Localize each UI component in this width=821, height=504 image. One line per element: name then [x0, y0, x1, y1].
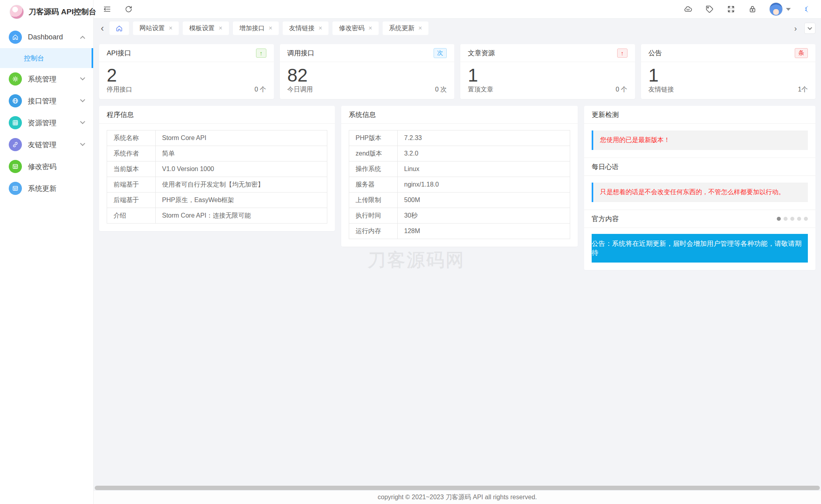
close-icon[interactable]: × — [219, 25, 222, 31]
stat-card-header: API接口 ↑ — [99, 44, 274, 62]
row-label: 介绍 — [107, 208, 156, 224]
chevron-down-icon — [80, 97, 85, 102]
close-icon[interactable]: × — [269, 25, 272, 31]
stat-card-footer: 置顶文章 0 个 — [460, 86, 635, 99]
daily-words-alert: 只是想着的话是不会改变任何东西的，不管怎么样都要加以行动。 — [592, 183, 808, 202]
row-label: 前端基于 — [107, 177, 156, 193]
content-area: 刀客源码网 API接口 ↑ 2 停用接口 0 个 调用接口 — [94, 38, 821, 491]
tab-system-update[interactable]: 系统更新 × — [383, 21, 428, 35]
row-label: 当前版本 — [107, 162, 156, 177]
stat-card-footer-label: 停用接口 — [107, 86, 132, 94]
table-row: zend版本 3.2.0 — [349, 146, 570, 162]
table-icon — [9, 182, 22, 195]
stat-card-value: 2 — [99, 62, 274, 85]
tab-add-api[interactable]: 增加接口 × — [233, 21, 279, 35]
theme-icon[interactable] — [803, 4, 812, 14]
table-row: 介绍 Storm Core API：连接无限可能 — [107, 208, 327, 224]
close-icon[interactable]: × — [319, 25, 322, 31]
up-arrow-badge: ↑ — [617, 49, 627, 58]
footer: copyright © 2021~2023 刀客源码 API all right… — [94, 491, 821, 504]
close-icon[interactable]: × — [418, 25, 422, 31]
sidebar-item-api-manage[interactable]: 接口管理 — [0, 90, 93, 112]
row-value: Storm Core API：连接无限可能 — [156, 208, 327, 224]
stat-card-footer-value: 0 个 — [254, 86, 266, 94]
stat-card-announcements: 公告 条 1 友情链接 1个 — [641, 44, 816, 99]
up-arrow-badge: ↑ — [256, 49, 266, 58]
logo[interactable]: 刀客源码 API控制台 — [0, 0, 93, 24]
user-menu[interactable] — [769, 2, 791, 16]
table-row: 系统作者 简单 — [107, 146, 327, 162]
tabs-menu-button[interactable] — [804, 23, 815, 34]
table-row: 执行时间 30秒 — [349, 208, 570, 224]
row-value: 128M — [398, 224, 570, 239]
tab-friend-links[interactable]: 友情链接 × — [283, 21, 328, 35]
right-panel: 更新检测 您使用的已是最新版本！ 每日心语 只是想着的话是不会改变任何东西的，不… — [584, 106, 815, 270]
chevron-down-icon — [807, 25, 812, 30]
stat-card-footer-label: 置顶文章 — [468, 86, 493, 94]
carousel-dot[interactable] — [784, 217, 788, 221]
update-status-alert: 您使用的已是最新版本！ — [592, 130, 808, 150]
announcement-banner[interactable]: 公告：系统将在近期更新，届时会增加用户管理等各种功能，请敬请期待 — [592, 234, 808, 263]
stat-card-footer-value: 0 个 — [616, 86, 627, 94]
table-row: 前端基于 使用者可自行开发定制【均无加密】 — [107, 177, 327, 193]
carousel-dot[interactable] — [804, 217, 808, 221]
program-info-panel: 程序信息 系统名称 Storm Core API 系统作者 简单 — [99, 106, 335, 231]
sidebar-item-links-manage[interactable]: 友链管理 — [0, 134, 93, 156]
lock-icon[interactable] — [748, 4, 757, 14]
stat-card-articles: 文章资源 ↑ 1 置顶文章 0 个 — [460, 44, 635, 99]
stat-card-title: 公告 — [649, 49, 662, 58]
panel-title-text: 更新检测 — [592, 106, 619, 124]
row-value: 使用者可自行开发定制【均无加密】 — [156, 177, 327, 193]
row-label: 系统名称 — [107, 130, 156, 146]
tab-change-password[interactable]: 修改密码 × — [332, 21, 378, 35]
tab-home[interactable] — [109, 21, 129, 35]
caret-down-icon — [786, 8, 791, 11]
carousel-dot[interactable] — [790, 217, 794, 221]
sidebar-item-console[interactable]: 控制台 — [0, 48, 93, 68]
sidebar-item-change-password[interactable]: 修改密码 — [0, 156, 93, 177]
sidebar: 刀客源码 API控制台 Dashboard 控制台 系统管理 — [0, 0, 94, 504]
fullscreen-icon[interactable] — [726, 4, 736, 14]
tag-icon[interactable] — [705, 4, 714, 14]
alert-text: 您使用的已是最新版本！ — [600, 136, 670, 143]
sidebar-item-resource-manage[interactable]: 资源管理 — [0, 112, 93, 134]
tab-label: 模板设置 — [189, 24, 215, 33]
stat-card-footer-label: 今日调用 — [287, 86, 313, 94]
panel-title-text: 官方内容 — [592, 210, 619, 228]
tabbar-controls: › — [790, 23, 815, 34]
system-info-table: PHP版本 7.2.33 zend版本 3.2.0 操作系统 Linux — [349, 130, 570, 239]
row-value: 7.2.33 — [398, 130, 570, 146]
tab-template-settings[interactable]: 模板设置 × — [183, 21, 229, 35]
globe-icon — [9, 94, 22, 107]
sidebar-item-label: Dashboard — [28, 33, 63, 41]
tab-label: 增加接口 — [239, 24, 265, 33]
tab-label: 网站设置 — [139, 24, 165, 33]
sidebar-item-dashboard[interactable]: Dashboard — [0, 26, 93, 48]
sidebar-subitem-label: 控制台 — [24, 54, 44, 63]
sidebar-item-system-manage[interactable]: 系统管理 — [0, 68, 93, 90]
stat-card-api: API接口 ↑ 2 停用接口 0 个 — [99, 44, 274, 99]
close-icon[interactable]: × — [169, 25, 172, 31]
refresh-icon[interactable] — [124, 4, 133, 14]
app-title: 刀客源码 API控制台 — [29, 7, 96, 17]
table-row: 运行内存 128M — [349, 224, 570, 239]
chevron-down-icon — [80, 75, 85, 80]
tab-website-settings[interactable]: 网站设置 × — [133, 21, 179, 35]
cloud-code-icon[interactable] — [683, 4, 693, 14]
row-label: PHP版本 — [349, 130, 398, 146]
copyright-text: copyright © 2021~2023 刀客源码 API all right… — [378, 493, 537, 502]
link-icon — [9, 138, 22, 151]
row-value: 30秒 — [398, 208, 570, 224]
close-icon[interactable]: × — [368, 25, 372, 31]
tabs-scroll-left-icon[interactable]: ‹ — [99, 23, 106, 33]
sidebar-item-label: 修改密码 — [28, 162, 57, 171]
stat-card-title: 文章资源 — [468, 49, 495, 58]
sidebar-item-system-update[interactable]: 系统更新 — [0, 177, 93, 199]
collapse-sidebar-icon[interactable] — [102, 4, 112, 14]
carousel-dot[interactable] — [777, 217, 781, 221]
chevron-up-icon — [80, 36, 85, 41]
carousel-dot[interactable] — [797, 217, 801, 221]
tabs-scroll-right-icon[interactable]: › — [790, 23, 801, 34]
table-row: 服务器 nginx/1.18.0 — [349, 177, 570, 193]
horizontal-scrollbar[interactable] — [95, 486, 820, 490]
